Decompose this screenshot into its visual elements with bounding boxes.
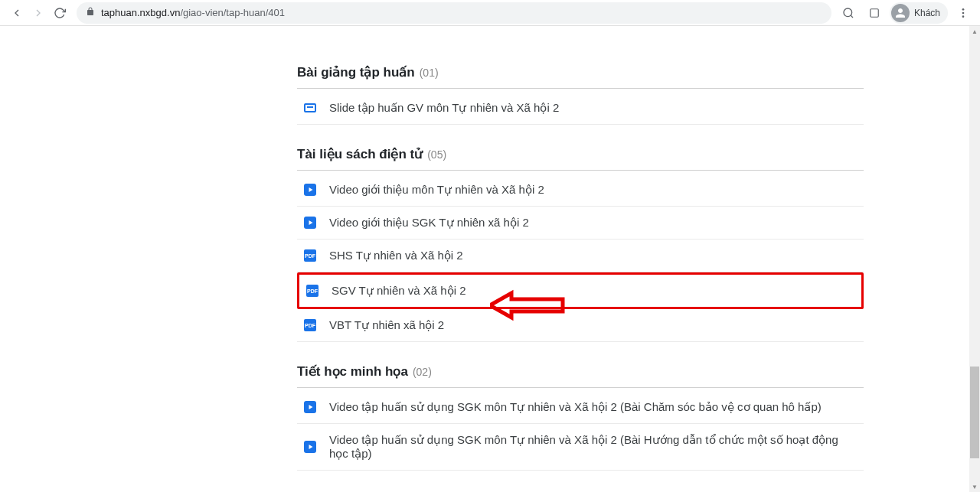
address-bar[interactable]: taphuan.nxbgd.vn/giao-vien/tap-huan/401 [77, 2, 831, 24]
list-item[interactable]: PDFVBT Tự nhiên xã hội 2 [297, 309, 864, 342]
video-icon [303, 400, 317, 414]
reload-button[interactable] [49, 2, 70, 24]
svg-point-0 [844, 8, 852, 17]
browser-right-controls: Khách [838, 2, 974, 24]
slide-icon [303, 101, 317, 115]
section: Tiết học minh họa(02)Video tập huấn sử d… [297, 363, 864, 471]
pdf-icon: PDF [303, 318, 317, 332]
zoom-icon[interactable] [838, 2, 859, 24]
list-item[interactable]: Video tập huấn sử dụng SGK môn Tự nhiên … [297, 391, 864, 424]
section-title: Bài giảng tập huấn [297, 64, 415, 80]
section-count: (05) [427, 148, 446, 161]
video-icon [303, 440, 317, 454]
svg-line-1 [851, 15, 853, 18]
content-area: Bài giảng tập huấn(01)Slide tập huấn GV … [0, 26, 980, 492]
pdf-icon: PDF [305, 284, 319, 298]
back-button[interactable] [6, 2, 28, 24]
section: Tài liệu sách điện tử(05)Video giới thiệ… [297, 146, 864, 342]
item-label: Slide tập huấn GV môn Tự nhiên và Xã hội… [329, 101, 559, 115]
browser-toolbar: taphuan.nxbgd.vn/giao-vien/tap-huan/401 … [0, 0, 980, 26]
section-count: (01) [420, 67, 439, 79]
section-count: (02) [413, 366, 432, 378]
section-header: Tài liệu sách điện tử(05) [297, 146, 864, 171]
menu-icon[interactable] [952, 2, 974, 24]
scrollbar-thumb[interactable] [970, 367, 979, 458]
item-label: SHS Tự nhiên và Xã hội 2 [329, 249, 463, 262]
section-header: Tiết học minh họa(02) [297, 363, 864, 388]
scrollbar[interactable]: ▲ ▼ [969, 26, 980, 492]
section-title: Tiết học minh họa [297, 363, 408, 380]
list-item[interactable]: Video tập huấn sử dụng SGK môn Tự nhiên … [297, 424, 864, 471]
video-icon [303, 183, 317, 197]
pdf-icon: PDF [303, 249, 317, 262]
profile-badge[interactable]: Khách [890, 2, 948, 24]
section-title: Tài liệu sách điện tử [297, 146, 423, 162]
list-item[interactable]: Video giới thiệu môn Tự nhiên và Xã hội … [297, 174, 864, 207]
svg-rect-2 [871, 8, 879, 17]
svg-point-5 [962, 15, 965, 18]
avatar-icon [891, 4, 910, 22]
item-label: SGV Tự nhiên và Xã hội 2 [332, 284, 466, 298]
svg-point-3 [962, 8, 965, 11]
item-label: VBT Tự nhiên xã hội 2 [329, 318, 444, 332]
video-icon [303, 216, 317, 230]
item-label: Video giới thiệu môn Tự nhiên và Xã hội … [329, 183, 544, 197]
item-label: Video tập huấn sử dụng SGK môn Tự nhiên … [329, 400, 822, 414]
scrollbar-down-icon[interactable]: ▼ [969, 481, 980, 492]
section-header: Bài giảng tập huấn(01) [297, 64, 864, 89]
url-text: taphuan.nxbgd.vn/giao-vien/tap-huan/401 [101, 7, 285, 18]
list-item[interactable]: Slide tập huấn GV môn Tự nhiên và Xã hội… [297, 92, 864, 125]
extensions-icon[interactable] [864, 2, 885, 24]
scrollbar-up-icon[interactable]: ▲ [969, 26, 980, 37]
list-item[interactable]: PDFSHS Tự nhiên và Xã hội 2 [297, 239, 864, 272]
profile-label: Khách [914, 8, 940, 18]
section: Bài giảng tập huấn(01)Slide tập huấn GV … [297, 64, 864, 125]
main-content: Bài giảng tập huấn(01)Slide tập huấn GV … [297, 26, 864, 492]
item-label: Video tập huấn sử dụng SGK môn Tự nhiên … [329, 433, 858, 461]
forward-button[interactable] [28, 2, 49, 24]
svg-point-4 [962, 11, 965, 14]
lock-icon [86, 7, 95, 18]
item-label: Video giới thiệu SGK Tự nhiên xã hội 2 [329, 216, 529, 230]
arrow-annotation [490, 289, 567, 321]
list-item[interactable]: Video giới thiệu SGK Tự nhiên xã hội 2 [297, 207, 864, 239]
list-item[interactable]: PDFSGV Tự nhiên và Xã hội 2 [297, 272, 864, 309]
